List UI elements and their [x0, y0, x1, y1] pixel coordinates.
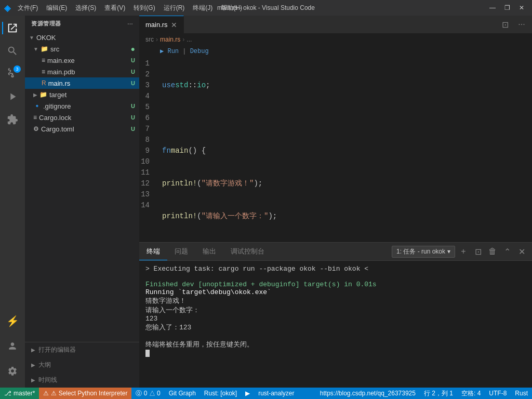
run-debug-bar: ▶ Run | Debug	[139, 45, 532, 58]
terminal-trash-button[interactable]: 🗑	[486, 245, 499, 258]
terminal-content[interactable]: > Executing task: cargo run --package ok…	[139, 261, 532, 388]
breadcrumb: src › main.rs › ...	[139, 34, 532, 45]
terminal-add-button[interactable]: +	[457, 245, 470, 258]
terminal-split-button[interactable]: ⊡	[472, 245, 484, 258]
warning-icon: ⚠	[43, 390, 49, 397]
tree-root-okok[interactable]: ▼ OKOK	[25, 32, 139, 43]
terminal-task-label: 1: 任务 - run okok	[396, 247, 445, 256]
activity-explorer[interactable]	[2, 18, 23, 38]
maximize-button[interactable]: ❐	[501, 2, 513, 14]
activity-extensions[interactable]	[2, 109, 23, 130]
status-language[interactable]: Rust	[511, 388, 532, 399]
tree-item-main-rs[interactable]: R main.rs U	[25, 77, 139, 89]
status-blog-link[interactable]: https://blog.csdp.net/qq_26373925	[316, 388, 420, 399]
activity-run-debug[interactable]	[2, 86, 23, 107]
tree-item-main-exe[interactable]: ≡ main.exe U	[25, 55, 139, 66]
menu-goto[interactable]: 转到(G)	[130, 3, 158, 14]
status-git-branch[interactable]: ⎇ master*	[0, 388, 39, 399]
sidebar-outline[interactable]: ▶ 大纲	[25, 357, 139, 373]
tree-label-cargo-toml: Cargo.toml	[41, 125, 74, 133]
sidebar-header: 资源管理器 ···	[25, 16, 139, 32]
run-link[interactable]: ▶ Run	[160, 48, 179, 55]
tab-close-button[interactable]: ✕	[171, 21, 177, 29]
tab-output[interactable]: 输出	[195, 243, 223, 260]
terminal-task-dropdown[interactable]: 1: 任务 - run okok ▾	[392, 246, 455, 258]
terminal-close-button[interactable]: ✕	[515, 245, 528, 258]
more-actions-button[interactable]: ···	[515, 18, 528, 31]
activity-remote[interactable]: ⚡	[2, 311, 23, 331]
tree-item-target[interactable]: ▶ 📁 target	[25, 89, 139, 100]
tab-terminal[interactable]: 终端	[139, 243, 167, 260]
status-git-graph[interactable]: Git Graph	[165, 388, 200, 399]
tab-debug-console[interactable]: 调试控制台	[223, 243, 272, 260]
terminal-chevron-up-button[interactable]: ⌃	[501, 245, 513, 258]
menu-terminal[interactable]: 终端(J)	[190, 3, 216, 14]
tree-root-label: OKOK	[36, 34, 56, 42]
sidebar-timeline[interactable]: ▶ 时间线	[25, 373, 139, 388]
tree-label-main-exe: main.exe	[47, 57, 75, 64]
activity-source-control[interactable]: 3	[2, 63, 23, 84]
menu-view[interactable]: 查看(V)	[101, 3, 128, 14]
status-rust-analyzer[interactable]: rust-analyzer	[254, 388, 298, 399]
activity-search[interactable]	[2, 41, 23, 61]
tab-problems[interactable]: 问题	[167, 243, 195, 260]
sidebar-actions[interactable]: ···	[127, 21, 133, 27]
folder-icon-target: 📁	[39, 91, 47, 98]
code-line-2	[158, 113, 532, 124]
menu-file[interactable]: 文件(F)	[15, 3, 41, 14]
split-editor-button[interactable]: ⊡	[499, 18, 511, 31]
tree-item-gitignore[interactable]: 🔹 .gitignore U	[25, 100, 139, 112]
tree-item-cargo-toml[interactable]: ⚙ Cargo.toml U	[25, 123, 139, 135]
code-content[interactable]: use std::io; fn main() { println!("请数字游戏…	[158, 58, 532, 242]
file-icon-cargo-lock: ≡	[33, 114, 37, 121]
terminal-line-6: 请输入一个数字：	[145, 305, 526, 315]
terminal-cursor	[145, 350, 150, 357]
line-num-11: 11	[139, 167, 154, 178]
status-errors-warnings[interactable]: ⓪ 0 △ 0	[131, 388, 164, 399]
code-line-1: use std::io;	[158, 80, 532, 91]
status-play-btn[interactable]: ▶	[241, 388, 254, 399]
sidebar-bottom: ▶ 打开的编辑器 ▶ 大纲 ▶ 时间线	[25, 342, 139, 388]
chevron-icon: ▶	[31, 377, 35, 383]
breadcrumb-src[interactable]: src	[145, 36, 154, 43]
code-editor[interactable]: ▶ Run | Debug 1 2 3 4 5 6 7 8 9 10 11 1	[139, 45, 532, 242]
activity-bar-bottom: ⚡	[2, 311, 23, 388]
status-position[interactable]: 行 2，列 1	[420, 388, 457, 399]
tree-item-main-pdb[interactable]: ≡ main.pdb U	[25, 66, 139, 77]
line-num-7: 7	[139, 124, 154, 135]
debug-link[interactable]: Debug	[190, 48, 209, 55]
tree-label-cargo-lock: Cargo.lock	[39, 114, 71, 122]
breadcrumb-context[interactable]: ...	[187, 36, 192, 43]
sidebar: 资源管理器 ··· ▼ OKOK ▼ 📁 src ● ≡ main.exe	[25, 16, 139, 388]
file-icon-cargo-toml: ⚙	[33, 125, 39, 132]
minimize-button[interactable]: —	[486, 2, 499, 14]
sidebar-open-editors[interactable]: ▶ 打开的编辑器	[25, 342, 139, 357]
status-left: ⎇ master* ⚠ ⚠ Select Python Interpreter …	[0, 388, 299, 399]
menu-run[interactable]: 运行(R)	[161, 3, 188, 14]
line-num-12: 12	[139, 178, 154, 189]
status-python-warning[interactable]: ⚠ ⚠ Select Python Interpreter	[39, 388, 131, 399]
tab-actions: ⊡ ···	[499, 16, 532, 33]
status-spaces[interactable]: 空格: 4	[457, 388, 485, 399]
line-num-6: 6	[139, 113, 154, 124]
menu-edit[interactable]: 编辑(E)	[43, 3, 70, 14]
errors-warnings-text: ⓪ 0 △ 0	[136, 389, 160, 398]
code-lines: 1 2 3 4 5 6 7 8 9 10 11 12 13 14 use std…	[139, 58, 532, 242]
tree-label-target: target	[49, 91, 66, 99]
terminal-line-9	[145, 332, 526, 340]
tab-main-rs[interactable]: main.rs ✕	[139, 16, 184, 33]
line-num-3: 3	[139, 80, 154, 91]
activity-settings[interactable]	[2, 361, 23, 381]
tree-item-cargo-lock[interactable]: ≡ Cargo.lock U	[25, 112, 139, 123]
status-encoding[interactable]: UTF-8	[485, 388, 511, 399]
activity-account[interactable]	[2, 336, 23, 356]
breadcrumb-file[interactable]: main.rs	[160, 36, 180, 43]
terminal-line-4: Running `target\debug\okok.exe`	[145, 288, 526, 296]
editor-area: main.rs ✕ ⊡ ··· src › main.rs › ... ▶ Ru…	[139, 16, 532, 388]
source-control-badge: 3	[14, 65, 21, 73]
status-rust-okok[interactable]: Rust: [okok]	[200, 388, 241, 399]
tab-bar: main.rs ✕ ⊡ ···	[139, 16, 532, 34]
close-button[interactable]: ✕	[515, 2, 528, 14]
menu-select[interactable]: 选择(S)	[72, 3, 99, 14]
tree-item-src[interactable]: ▼ 📁 src ●	[25, 43, 139, 55]
